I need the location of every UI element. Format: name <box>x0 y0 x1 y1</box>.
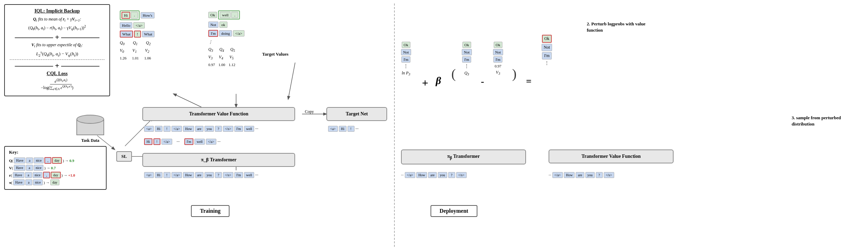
v0-val: 1.26 <box>120 56 126 60</box>
db-shape <box>76 115 104 137</box>
token-row-hi: Hi . How's <box>120 10 155 20</box>
res-ok: Ok <box>542 35 552 43</box>
token-nice3: nice <box>33 172 43 178</box>
input-token-seq-top: Hi ! </a> ··· I'm well </a> ··· <box>144 138 220 145</box>
training-label: Training <box>191 205 229 217</box>
v3-label-dep: V3 <box>496 70 500 75</box>
iql-formula1: (Qθ(ht, at) − r(ht, at) − γVψ(ht+1))2 <box>10 24 105 31</box>
pts-excl: ! <box>164 172 170 178</box>
dep-im3: I'm <box>493 56 502 63</box>
token-row-ok: Ok well . <box>208 10 244 19</box>
v3-label: V3 <box>208 55 212 60</box>
tok-im: I'm <box>208 30 218 37</box>
tok-dot1: . <box>131 12 138 19</box>
tok-doing: doing <box>219 30 232 37</box>
sl-container: SL <box>116 151 132 162</box>
v2-label: V2 <box>145 48 149 54</box>
iql-line2: Vt fits to upper expectile of Qt: <box>10 42 105 48</box>
plus-divider-2: ――――― + ――――― <box>10 62 105 70</box>
plus-divider-1: ――――― + ――――― <box>10 33 105 41</box>
q3-label-dep: Q3 <box>464 71 469 76</box>
pts-you: you <box>205 172 214 178</box>
dep-not1: Not <box>401 49 411 55</box>
ts-you: you <box>205 126 214 132</box>
tok-ok: Ok <box>208 12 217 18</box>
q-labels-left: Q0 Q1 Q2 <box>120 40 155 46</box>
tok-ok2: ok <box>219 22 227 28</box>
tok-well: well <box>220 12 231 18</box>
its-dots: ··· <box>177 139 180 144</box>
key-box: Key: Q( Have a nice , day ) → 0.9 V( Hav… <box>4 146 107 190</box>
res-dots: ⋮ <box>545 60 549 66</box>
res-im: I'm <box>542 52 552 59</box>
step3-label: 3. sample from perturbed distribution <box>792 115 858 127</box>
key-row-v: V( Have a nice ) → 0.7 <box>9 165 102 171</box>
copy-label: Copy <box>305 109 314 114</box>
dep-not2: Not <box>462 49 472 55</box>
q-labels-right: Q3 Q4 Q5 <box>208 47 244 52</box>
dots-row: ⋮ <box>208 40 244 45</box>
token-have4: Have <box>13 179 25 185</box>
token-a: a <box>26 157 33 163</box>
dts-s: </s> <box>456 172 467 178</box>
ts-s: </s> <box>223 126 233 132</box>
tok-hello: Hello <box>120 22 132 29</box>
dep-not3: Not <box>493 49 503 55</box>
q2-label: Q2 <box>146 40 151 46</box>
dts-enda: </a> <box>405 172 416 178</box>
dtsr-dots: ··· <box>549 173 551 177</box>
eq-operator: = <box>526 76 532 87</box>
deployment-label-box: Deployment <box>431 205 477 217</box>
ts-are: are <box>195 126 203 132</box>
res-not: Not <box>542 44 552 51</box>
token-a2: a <box>26 165 33 171</box>
deploy-token-seq-right: ··· </a> How are you ? </s> <box>549 172 614 178</box>
ts-dots: ··· <box>255 126 258 131</box>
v3-val: 0.97 <box>208 63 215 67</box>
transformer-value-box: Transformer Value Function <box>142 107 295 121</box>
v2-val: 1.06 <box>144 56 151 60</box>
token-have2: Have <box>14 165 25 171</box>
dep-dots2: ⋮ <box>465 64 469 69</box>
iql-line1: Qt fits to mean of rt + γVt+1: <box>10 17 105 22</box>
q0-label: Q0 <box>120 40 125 46</box>
dep-ok1: Ok <box>402 42 410 48</box>
hi-group: Hi . <box>120 10 140 20</box>
tts-dots: ··· <box>356 126 359 131</box>
deploy-pi-beta-box: πβ Transformer <box>401 149 526 164</box>
pts-a: <a> <box>144 172 154 178</box>
tok-excl: ! <box>134 31 141 38</box>
tok-enda2: </a> <box>233 30 244 37</box>
v1-label: V1 <box>132 48 136 54</box>
iql-title: IQL: Implicit Backup <box>10 8 105 14</box>
training-label-box: Training <box>191 205 229 217</box>
its-enda: </a> <box>161 139 172 145</box>
dts-you: you <box>438 172 447 178</box>
tok-hows: How's <box>141 12 155 18</box>
dts-dots: ··· <box>401 173 404 177</box>
dts-q: ? <box>448 172 455 178</box>
token-day: day <box>52 157 62 164</box>
target-values-label: Target Values <box>262 51 289 57</box>
sl-label: SL <box>116 151 132 162</box>
q1-label: Q1 <box>133 40 138 46</box>
key-row-pi: π( Have a nice ) → day <box>9 179 102 185</box>
dtsr-how: How <box>564 172 575 178</box>
deploy-tvf-label: Transformer Value Function <box>549 149 674 163</box>
v-labels-left: V0 V1 V2 <box>120 48 155 54</box>
cql-title: CQL Loss <box>10 71 105 76</box>
pi-token-seq: <a> Hi ! </a> How are you ? </s> I'm wel… <box>144 172 258 178</box>
key-row-r: r( Have a nice , day ) → +1.0 <box>9 172 102 178</box>
dts-are: are <box>428 172 436 178</box>
ts-well: well <box>244 126 254 132</box>
v5-label: V5 <box>229 55 234 60</box>
close-paren: ) <box>512 66 517 81</box>
beta-operator: β <box>436 75 441 87</box>
token-nice4: nice <box>33 179 43 185</box>
ts-how: How <box>183 126 194 132</box>
dtsr-q: ? <box>596 172 603 178</box>
ln-p3-label: ln P3 <box>402 71 410 76</box>
dep-im1: I'm <box>401 56 410 63</box>
its-excl: ! <box>153 138 160 145</box>
token-nice: nice <box>34 157 44 163</box>
